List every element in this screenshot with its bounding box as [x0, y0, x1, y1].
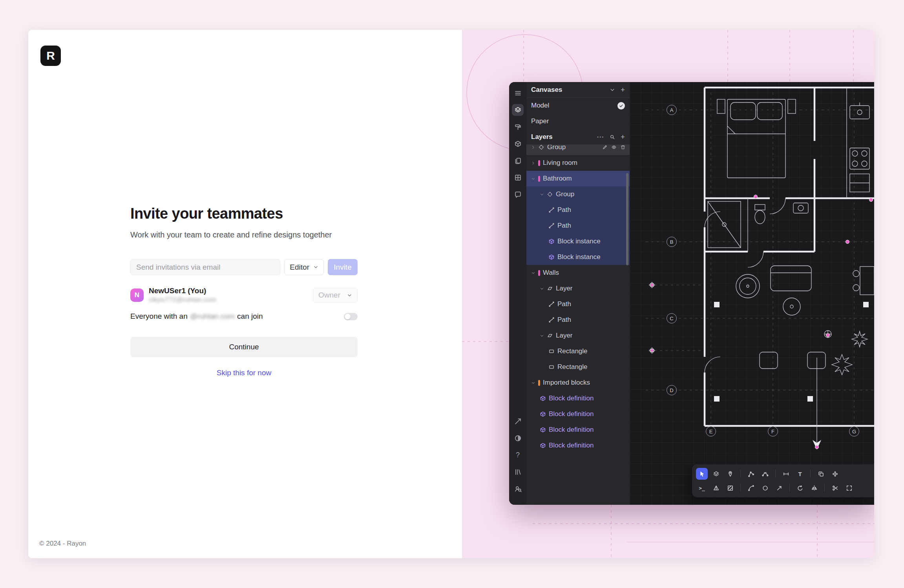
chevron-down-icon	[313, 265, 318, 270]
canvas-item[interactable]: Model	[526, 98, 630, 113]
canvas-item[interactable]: Paper	[526, 113, 630, 129]
layer-label: Block instance	[557, 237, 601, 245]
duplicate-icon[interactable]	[815, 468, 827, 480]
paint-roller-icon[interactable]	[512, 121, 524, 133]
rotate-icon	[797, 485, 804, 491]
chevron-down-icon[interactable]	[531, 177, 535, 181]
member-info: NewUSer1 (You) cikyiv772@ruhtan.com	[149, 287, 216, 304]
comment-icon[interactable]	[512, 188, 524, 200]
eye-icon[interactable]	[611, 145, 617, 150]
layer-row[interactable]: Group	[526, 145, 630, 155]
grid-marker: A	[667, 105, 677, 115]
chevron-right-icon[interactable]	[531, 161, 535, 165]
layer-label: Block instance	[557, 253, 601, 261]
layer-row[interactable]: Walls	[526, 265, 630, 281]
hatch-icon[interactable]	[724, 482, 736, 494]
invite-button[interactable]: Invite	[328, 259, 358, 275]
layer-row[interactable]: Rectangle	[526, 359, 630, 375]
block-icon	[540, 395, 546, 402]
copyright-text: © 2024 - Rayon	[39, 540, 86, 548]
continue-button[interactable]: Continue	[130, 337, 358, 357]
cursor-icon[interactable]	[696, 468, 708, 480]
invite-row: Editor Invite	[130, 259, 358, 275]
scissors-icon	[832, 485, 838, 491]
email-invite-input[interactable]	[130, 259, 280, 275]
paint-roller-icon	[514, 123, 522, 131]
layer-row[interactable]: Block instance	[526, 234, 630, 249]
layer-label: Block definition	[549, 442, 594, 449]
layer-row[interactable]: Block definition	[526, 391, 630, 406]
grid-marker: C	[667, 313, 677, 323]
owner-dropdown[interactable]: Owner	[313, 288, 358, 303]
menu-icon[interactable]	[512, 87, 524, 99]
help-icon[interactable]: ?	[512, 449, 524, 461]
prism-icon	[713, 485, 720, 491]
drawing-canvas[interactable]: T >_ ABCDEFG	[630, 82, 874, 505]
text-icon[interactable]: T	[794, 468, 806, 480]
arrow-icon[interactable]	[773, 482, 785, 494]
skip-link[interactable]: Skip this for now	[130, 369, 358, 377]
cube-icon[interactable]	[512, 138, 524, 150]
design-mode-icon[interactable]	[512, 104, 524, 116]
chevron-down-icon[interactable]	[540, 192, 544, 197]
plus-icon[interactable]: +	[621, 86, 625, 93]
pages-icon[interactable]	[512, 155, 524, 166]
domain-join-prefix: Everyone with an	[130, 312, 188, 321]
domain-join-toggle[interactable]	[344, 313, 358, 320]
menu-icon	[514, 89, 522, 97]
terminal-icon[interactable]: >_	[696, 482, 708, 494]
mirror-icon[interactable]	[808, 482, 820, 494]
stack-icon[interactable]	[710, 468, 722, 480]
section-plane-icon[interactable]	[512, 415, 524, 427]
layer-row[interactable]: Block definition	[526, 422, 630, 438]
role-dropdown[interactable]: Editor	[284, 259, 324, 275]
account-search-icon[interactable]	[512, 483, 524, 495]
prism-icon[interactable]	[710, 482, 722, 494]
layer-row[interactable]: Path	[526, 218, 630, 234]
grid-icon[interactable]	[512, 172, 524, 183]
dimension-icon[interactable]	[780, 468, 792, 480]
expand-icon[interactable]	[843, 482, 855, 494]
chevron-right-icon[interactable]	[531, 145, 535, 150]
toolbar-divider	[775, 470, 776, 478]
circle-icon[interactable]	[759, 482, 771, 494]
layer-label: Block definition	[549, 410, 594, 418]
chevron-down-icon[interactable]	[540, 334, 544, 338]
expand-icon	[846, 485, 853, 491]
layers-scrollbar[interactable]	[626, 173, 628, 265]
stack-icon	[713, 471, 720, 477]
layer-row[interactable]: Group	[526, 186, 630, 202]
layer-row[interactable]: Block definition	[526, 438, 630, 453]
rotate-icon[interactable]	[794, 482, 806, 494]
chevron-down-icon[interactable]	[610, 87, 615, 93]
bezier-icon[interactable]	[759, 468, 771, 480]
dots-icon[interactable]: ⋯	[597, 133, 604, 141]
arc-icon[interactable]	[745, 482, 757, 494]
layer-row[interactable]: Layer	[526, 281, 630, 296]
layer-row[interactable]: Bathroom	[526, 171, 630, 186]
pencil-icon[interactable]	[602, 145, 608, 150]
node-path-icon[interactable]	[745, 468, 757, 480]
layer-row[interactable]: Block instance	[526, 249, 630, 265]
layer-row[interactable]: Imported blocks	[526, 375, 630, 391]
layer-row[interactable]: Path	[526, 296, 630, 312]
layer-row[interactable]: Block definition	[526, 406, 630, 422]
layer-row[interactable]: Path	[526, 202, 630, 218]
trash-icon[interactable]	[620, 145, 626, 150]
plus-icon[interactable]: +	[621, 133, 625, 141]
scissors-icon[interactable]	[829, 482, 841, 494]
layer-label: Path	[557, 222, 571, 230]
chevron-down-icon[interactable]	[531, 271, 535, 275]
chevron-down-icon[interactable]	[531, 381, 535, 385]
layer-row[interactable]: Path	[526, 312, 630, 328]
contrast-icon[interactable]	[512, 432, 524, 444]
library-icon[interactable]	[512, 466, 524, 478]
search-icon[interactable]	[610, 134, 615, 140]
pin-icon[interactable]	[724, 468, 736, 480]
layer-row[interactable]: Layer	[526, 328, 630, 343]
move-icon[interactable]	[829, 468, 841, 480]
group-icon	[547, 191, 553, 197]
chevron-down-icon[interactable]	[540, 287, 544, 291]
layer-row[interactable]: Rectangle	[526, 343, 630, 359]
layer-row[interactable]: Living room	[526, 155, 630, 171]
